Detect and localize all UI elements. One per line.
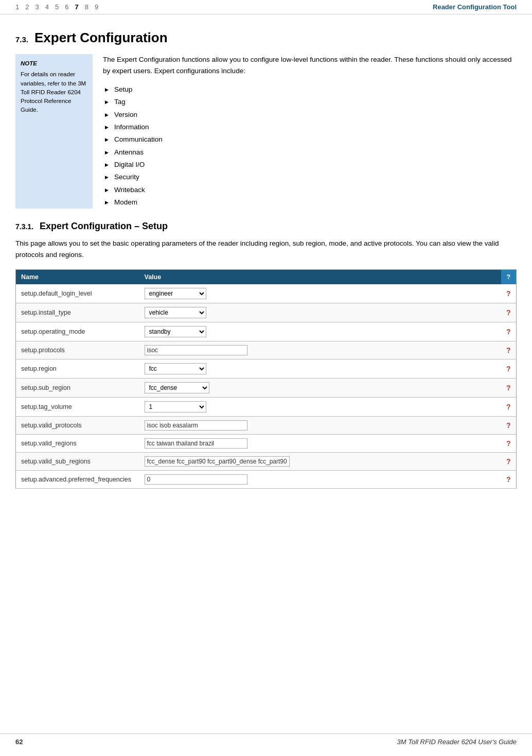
section-body: The Expert Configuration functions allow… — [103, 54, 517, 209]
row-value: engineer user admin — [139, 284, 501, 303]
bullet-modem: Modem — [103, 196, 517, 209]
bullet-antennas: Antennas — [103, 146, 517, 159]
footer-title: 3M Toll RFID Reader 6204 User's Guide — [397, 738, 517, 746]
row-name: setup.valid_regions — [16, 435, 139, 453]
note-title: NOTE — [21, 59, 87, 68]
nav-num-2[interactable]: 2 — [25, 3, 29, 11]
table-row: setup.operating_mode standby active slee… — [16, 322, 517, 341]
help-icon[interactable]: ? — [506, 403, 511, 411]
bullet-digital-io: Digital I/O — [103, 159, 517, 171]
section-title: Expert Configuration — [34, 30, 168, 46]
row-value: fcc taiwan thailand brazil — [139, 435, 501, 453]
row-value: isoc — [139, 341, 501, 359]
row-value: isoc isob easalarm — [139, 417, 501, 435]
subsection-heading: 7.3.1. Expert Configuration – Setup — [15, 221, 517, 232]
nav-num-5[interactable]: 5 — [55, 3, 59, 11]
row-name: setup.valid_protocols — [16, 417, 139, 435]
nav-num-8[interactable]: 8 — [85, 3, 88, 11]
nav-num-4[interactable]: 4 — [45, 3, 49, 11]
select-install-type[interactable]: vehicle fixed portable — [145, 307, 206, 318]
row-value: standby active sleep — [139, 322, 501, 341]
table-row: setup.valid_sub_regions fcc_dense fcc_pa… — [16, 453, 517, 471]
table-row: setup.tag_volume 1 2 3 ? — [16, 398, 517, 417]
row-value: fcc etsi taiwan — [139, 359, 501, 379]
help-icon[interactable]: ? — [506, 308, 511, 317]
bullet-security: Security — [103, 171, 517, 183]
text-preferred-frequencies: 0 — [145, 474, 247, 485]
note-text: For details on reader variables, refer t… — [21, 70, 87, 114]
help-cell: ? — [501, 341, 517, 359]
help-icon[interactable]: ? — [506, 289, 511, 298]
nav-num-7[interactable]: 7 — [75, 3, 78, 11]
help-cell: ? — [501, 322, 517, 341]
row-name: setup.tag_volume — [16, 398, 139, 417]
bullet-version: Version — [103, 109, 517, 121]
page-number: 62 — [15, 738, 23, 746]
help-cell: ? — [501, 435, 517, 453]
subsection-number: 7.3.1. — [15, 222, 33, 231]
col-header-value: Value — [139, 270, 501, 285]
row-value: fcc_dense fcc_part90 fcc_part90_dense fc… — [139, 453, 501, 471]
help-icon[interactable]: ? — [506, 439, 511, 448]
row-value: fcc_dense fcc_part90 fcc_part90_dense — [139, 379, 501, 398]
row-name: setup.sub_region — [16, 379, 139, 398]
table-row: setup.sub_region fcc_dense fcc_part90 fc… — [16, 379, 517, 398]
text-valid-regions: fcc taiwan thailand brazil — [145, 438, 247, 449]
section-heading: 7.3. Expert Configuration — [15, 30, 517, 46]
bullet-list: Setup Tag Version Information Communicat… — [103, 83, 517, 209]
help-icon[interactable]: ? — [506, 475, 511, 484]
help-cell: ? — [501, 417, 517, 435]
help-icon[interactable]: ? — [506, 365, 511, 373]
table-row: setup.valid_protocols isoc isob easalarm… — [16, 417, 517, 435]
help-icon[interactable]: ? — [506, 457, 511, 466]
bullet-writeback: Writeback — [103, 184, 517, 196]
help-cell: ? — [501, 453, 517, 471]
nav-num-6[interactable]: 6 — [65, 3, 68, 11]
subsection-description: This page allows you to set the basic op… — [15, 238, 517, 260]
select-operating-mode[interactable]: standby active sleep — [145, 326, 206, 337]
col-header-name: Name — [16, 270, 139, 285]
main-content: 7.3. Expert Configuration NOTE For detai… — [0, 14, 532, 504]
col-header-help: ? — [501, 270, 517, 285]
help-icon[interactable]: ? — [506, 328, 511, 336]
subsection-title: Expert Configuration – Setup — [40, 221, 168, 232]
bullet-tag: Tag — [103, 96, 517, 108]
row-name: setup.install_type — [16, 303, 139, 322]
top-navigation: 1 2 3 4 5 6 7 8 9 Reader Configuration T… — [0, 0, 532, 14]
nav-num-1[interactable]: 1 — [15, 3, 19, 11]
help-icon[interactable]: ? — [506, 346, 511, 354]
select-tag-volume[interactable]: 1 2 3 — [145, 401, 206, 413]
config-table: Name Value ? setup.default_login_level e… — [15, 269, 517, 489]
table-row: setup.install_type vehicle fixed portabl… — [16, 303, 517, 322]
help-icon[interactable]: ? — [506, 421, 511, 429]
row-name: setup.advanced.preferred_frequencies — [16, 471, 139, 489]
note-box: NOTE For details on reader variables, re… — [15, 54, 93, 209]
row-name: setup.region — [16, 359, 139, 379]
text-valid-sub-regions: fcc_dense fcc_part90 fcc_part90_dense fc… — [145, 456, 290, 467]
row-value: 0 — [139, 471, 501, 489]
help-cell: ? — [501, 284, 517, 303]
select-region[interactable]: fcc etsi taiwan — [145, 363, 206, 374]
table-row: setup.advanced.preferred_frequencies 0 ? — [16, 471, 517, 489]
page-title: Reader Configuration Tool — [433, 3, 517, 11]
section-number: 7.3. — [15, 35, 28, 44]
row-name: setup.default_login_level — [16, 284, 139, 303]
help-icon[interactable]: ? — [506, 384, 511, 392]
select-login-level[interactable]: engineer user admin — [145, 288, 206, 299]
nav-num-3[interactable]: 3 — [35, 3, 39, 11]
text-valid-protocols: isoc isob easalarm — [145, 420, 247, 431]
help-cell: ? — [501, 398, 517, 417]
help-cell: ? — [501, 471, 517, 489]
bullet-communication: Communication — [103, 133, 517, 146]
help-cell: ? — [501, 303, 517, 322]
table-row: setup.protocols isoc ? — [16, 341, 517, 359]
select-sub-region[interactable]: fcc_dense fcc_part90 fcc_part90_dense — [145, 382, 209, 393]
row-name: setup.valid_sub_regions — [16, 453, 139, 471]
table-row: setup.default_login_level engineer user … — [16, 284, 517, 303]
text-protocols: isoc — [145, 345, 247, 355]
bullet-setup: Setup — [103, 83, 517, 96]
table-row: setup.valid_regions fcc taiwan thailand … — [16, 435, 517, 453]
two-col-layout: NOTE For details on reader variables, re… — [15, 54, 517, 209]
nav-num-9[interactable]: 9 — [95, 3, 98, 11]
row-name: setup.protocols — [16, 341, 139, 359]
